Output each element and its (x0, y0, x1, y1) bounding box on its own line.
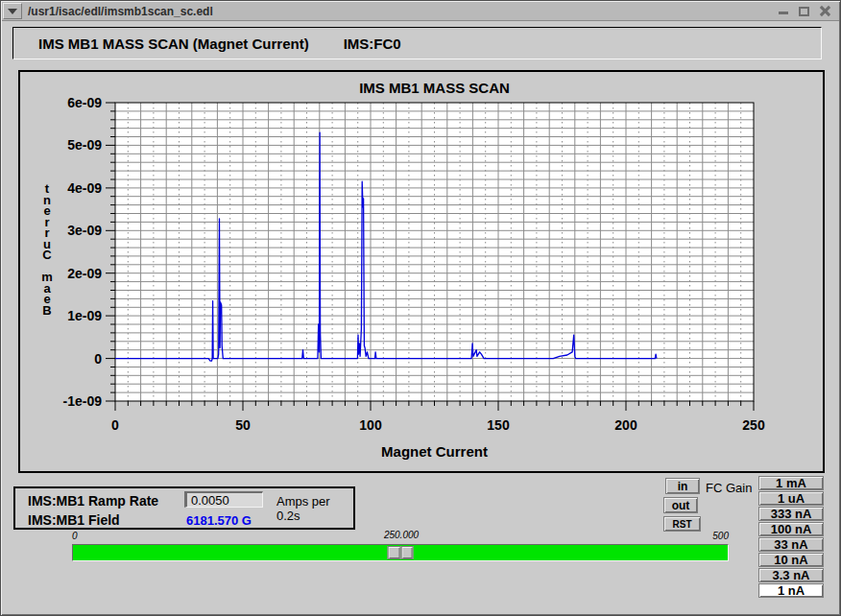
ramp-rate-label: IMS:MB1 Ramp Rate (28, 493, 158, 509)
svg-text:100: 100 (359, 417, 382, 433)
fc-reset-button[interactable]: RST (663, 516, 701, 532)
ramp-control-panel: IMS:MB1 Ramp Rate Amps per 0.2s IMS:MB1 … (13, 486, 355, 530)
slider-min-label: 0 (72, 531, 78, 541)
slider-thumb-right[interactable] (400, 546, 414, 559)
minimize-icon (779, 12, 788, 14)
maximize-icon (799, 7, 809, 16)
gain-button-3-3-nA[interactable]: 3.3 nA (758, 568, 824, 582)
edm-window: /usr1/isac/edl/imsmb1scan_sc.edl IMS MB1… (0, 0, 841, 616)
maximize-button[interactable] (798, 5, 810, 17)
svg-text:4e-09: 4e-09 (67, 180, 102, 196)
mass-scan-chart: -1e-0901e-092e-093e-094e-095e-096e-09050… (18, 70, 825, 473)
field-slider-track[interactable] (72, 544, 729, 561)
fc-gain-label: FC Gain (706, 481, 752, 495)
ramp-rate-input[interactable] (184, 491, 263, 508)
svg-text:150: 150 (487, 417, 510, 433)
field-slider-thumb[interactable] (388, 546, 414, 559)
svg-text:-1e-09: -1e-09 (63, 393, 103, 409)
svg-text:3e-09: 3e-09 (67, 223, 102, 238)
gain-button-10-nA[interactable]: 10 nA (758, 553, 824, 567)
page-title: IMS MB1 MASS SCAN (Magnet Current) (38, 36, 309, 52)
chevron-down-icon (8, 9, 17, 14)
slider-thumb-left[interactable] (388, 546, 401, 559)
gain-button-1-nA[interactable]: 1 nA (758, 583, 824, 598)
device-label: IMS:FC0 (344, 36, 401, 52)
fc-in-button[interactable]: in (665, 478, 700, 494)
svg-text:0: 0 (111, 417, 119, 433)
close-button[interactable] (819, 5, 831, 17)
ramp-rate-units: Amps per 0.2s (276, 494, 353, 523)
window-menu-button[interactable] (3, 3, 22, 19)
minimize-button[interactable] (777, 5, 789, 17)
chart-xlabel: Magnet Current (115, 443, 754, 460)
window-controls (777, 5, 831, 17)
titlebar[interactable]: /usr1/isac/edl/imsmb1scan_sc.edl (2, 2, 839, 21)
svg-text:50: 50 (235, 417, 251, 433)
field-label: IMS:MB1 Field (28, 512, 120, 528)
slider-value-label: 250.000 (372, 530, 431, 540)
gain-button-333-nA[interactable]: 333 nA (758, 507, 824, 521)
svg-text:0: 0 (94, 351, 102, 367)
gain-button-1-uA[interactable]: 1 uA (758, 491, 824, 506)
gain-buttons: 1 mA1 uA333 nA100 nA33 nA10 nA3.3 nA1 nA (758, 476, 824, 599)
close-icon (820, 6, 830, 16)
chart-ylabel: t n e r r u C m a e B (39, 183, 55, 316)
slider-max-label: 500 (698, 531, 729, 541)
svg-text:6e-09: 6e-09 (67, 95, 102, 110)
field-value: 6181.570 G (186, 513, 252, 528)
svg-text:1e-09: 1e-09 (67, 308, 102, 323)
svg-text:5e-09: 5e-09 (67, 137, 102, 153)
svg-text:200: 200 (614, 417, 637, 433)
gain-button-1-mA[interactable]: 1 mA (758, 476, 824, 490)
svg-text:250: 250 (742, 417, 765, 433)
fc-out-button[interactable]: out (663, 497, 698, 513)
chart-title: IMS MB1 MASS SCAN (115, 80, 754, 96)
plot-canvas: -1e-0901e-092e-093e-094e-095e-096e-09050… (20, 72, 823, 471)
window-title: /usr1/isac/edl/imsmb1scan_sc.edl (28, 5, 213, 18)
gain-button-100-nA[interactable]: 100 nA (758, 522, 824, 536)
svg-text:2e-09: 2e-09 (67, 266, 102, 281)
gain-button-33-nA[interactable]: 33 nA (758, 537, 824, 552)
header-panel: IMS MB1 MASS SCAN (Magnet Current) IMS:F… (12, 27, 822, 59)
